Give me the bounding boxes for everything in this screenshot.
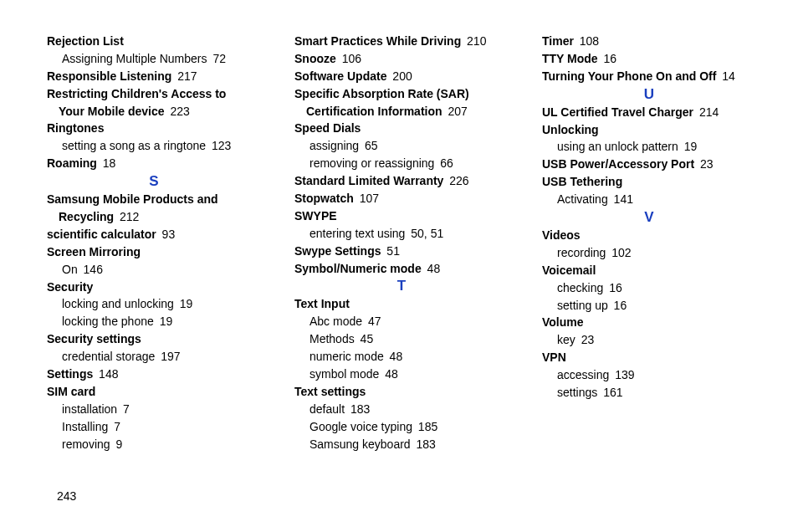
entry-page: 223 xyxy=(167,105,190,118)
index-subentry: Samsung keyboard 183 xyxy=(294,437,509,453)
entry-text: using an unlock pattern xyxy=(557,140,678,153)
entry-text: Speed Dials xyxy=(294,121,361,135)
entry-text: Unlocking xyxy=(542,123,599,136)
entry-page: 16 xyxy=(606,281,622,294)
entry-text: VPN xyxy=(542,350,566,364)
index-topic: Unlocking xyxy=(542,122,756,138)
index-subentry: accessing 139 xyxy=(542,367,756,383)
index-subentry: recording 102 xyxy=(542,245,756,261)
entry-page: 183 xyxy=(413,437,436,451)
index-topic: Stopwatch 107 xyxy=(294,191,509,207)
index-topic: Security settings xyxy=(47,331,261,347)
entry-page: 139 xyxy=(611,368,634,381)
index-subentry: default 183 xyxy=(294,402,509,417)
entry-page: 47 xyxy=(365,315,381,328)
entry-page: 9 xyxy=(113,437,123,451)
entry-page: 183 xyxy=(347,402,370,416)
index-topic: Videos xyxy=(542,228,756,243)
entry-text: USB Power/Accessory Port xyxy=(542,157,694,171)
entry-text: Volume xyxy=(542,315,584,329)
entry-text: Responsible Listening xyxy=(47,69,171,83)
index-topic-cont: Recycling 212 xyxy=(47,209,261,225)
index-topic: Voicemail xyxy=(542,263,756,279)
entry-text: TTY Mode xyxy=(542,52,598,65)
index-topic: VPN xyxy=(542,350,756,366)
entry-text: Voicemail xyxy=(542,263,596,277)
index-topic-cont: Your Mobile device 223 xyxy=(47,104,261,120)
entry-text: SWYPE xyxy=(294,209,337,223)
index-topic: Settings 148 xyxy=(47,366,261,382)
entry-text: Your Mobile device xyxy=(59,105,165,118)
index-topic: Restricting Children's Access to xyxy=(47,86,261,102)
entry-text: entering text using xyxy=(309,227,405,240)
entry-page: 207 xyxy=(445,105,468,118)
index-subentry: installation 7 xyxy=(47,402,261,417)
entry-page: 214 xyxy=(696,105,719,119)
entry-page: 48 xyxy=(386,350,402,363)
entry-page: 107 xyxy=(356,192,379,205)
entry-page: 161 xyxy=(600,386,622,399)
entry-page: 18 xyxy=(100,156,115,170)
entry-text: settings xyxy=(557,386,597,399)
entry-page: 45 xyxy=(357,332,373,345)
index-topic: Swype Settings 51 xyxy=(294,243,509,259)
index-subentry: Activating 141 xyxy=(542,192,756,207)
index-topic: Standard Limited Warranty 226 xyxy=(294,173,509,189)
entry-text: checking xyxy=(557,281,603,294)
entry-page: 106 xyxy=(339,52,361,65)
entry-page: 217 xyxy=(174,69,197,83)
index-topic: SIM card xyxy=(47,384,261,400)
entry-text: On xyxy=(62,263,78,276)
index-topic: Timer 108 xyxy=(542,33,756,49)
entry-text: Recycling xyxy=(59,210,114,223)
entry-text: installation xyxy=(62,402,117,416)
entry-text: recording xyxy=(557,246,606,259)
entry-page: 48 xyxy=(424,262,440,275)
index-subentry: assigning 65 xyxy=(294,138,509,154)
entry-page: 7 xyxy=(120,402,130,416)
entry-page: 200 xyxy=(389,69,412,83)
entry-page: 65 xyxy=(361,139,377,152)
entry-page: 50, 51 xyxy=(407,227,443,240)
index-subentry: checking 16 xyxy=(542,280,756,296)
index-subentry: setting up 16 xyxy=(542,298,756,314)
entry-page: 66 xyxy=(437,156,453,170)
index-topic: Software Update 200 xyxy=(294,69,509,84)
entry-text: SIM card xyxy=(47,385,95,398)
index-subentry: credential storage 197 xyxy=(47,349,261,365)
index-topic: Roaming 18 xyxy=(47,156,261,171)
entry-text: Ringtones xyxy=(47,121,104,135)
entry-page: 19 xyxy=(156,315,172,328)
entry-text: UL Certified Travel Charger xyxy=(542,105,693,119)
entry-page: 23 xyxy=(697,157,713,171)
entry-text: assigning xyxy=(309,139,359,152)
section-letter-v: V xyxy=(542,209,756,226)
index-topic: USB Power/Accessory Port 23 xyxy=(542,156,756,172)
index-subentry: On 146 xyxy=(47,262,261,278)
entry-page: 19 xyxy=(681,140,697,153)
entry-text: Smart Practices While Driving xyxy=(294,34,461,48)
index-topic: Samsung Mobile Products and xyxy=(47,192,261,207)
entry-text: locking and unlocking xyxy=(62,297,174,310)
index-topic: Ringtones xyxy=(47,120,261,136)
index-topic: Responsible Listening 217 xyxy=(47,69,261,84)
entry-text: Text settings xyxy=(294,385,366,398)
section-letter-t: T xyxy=(294,278,509,294)
index-subentry: locking the phone 19 xyxy=(47,314,261,330)
entry-text: Timer xyxy=(542,34,574,48)
index-topic: scientific calculator 93 xyxy=(47,227,261,243)
index-topic-cont: Certification Information 207 xyxy=(294,104,509,120)
entry-text: Turning Your Phone On and Off xyxy=(542,69,716,83)
index-column-1: Rejection ListAssigning Multiple Numbers… xyxy=(47,33,261,453)
index-subentry: Abc mode 47 xyxy=(294,314,509,330)
entry-page: 93 xyxy=(159,228,175,241)
entry-page: 16 xyxy=(601,52,616,65)
entry-page: 14 xyxy=(719,69,734,83)
entry-text: Symbol/Numeric mode xyxy=(294,262,422,275)
entry-text: Settings xyxy=(47,367,93,381)
entry-text: Samsung keyboard xyxy=(309,437,411,451)
index-topic: Rejection List xyxy=(47,33,261,49)
entry-text: Security xyxy=(47,280,93,294)
entry-text: Videos xyxy=(542,228,581,242)
index-column-3: Timer 108TTY Mode 16Turning Your Phone O… xyxy=(542,33,756,453)
